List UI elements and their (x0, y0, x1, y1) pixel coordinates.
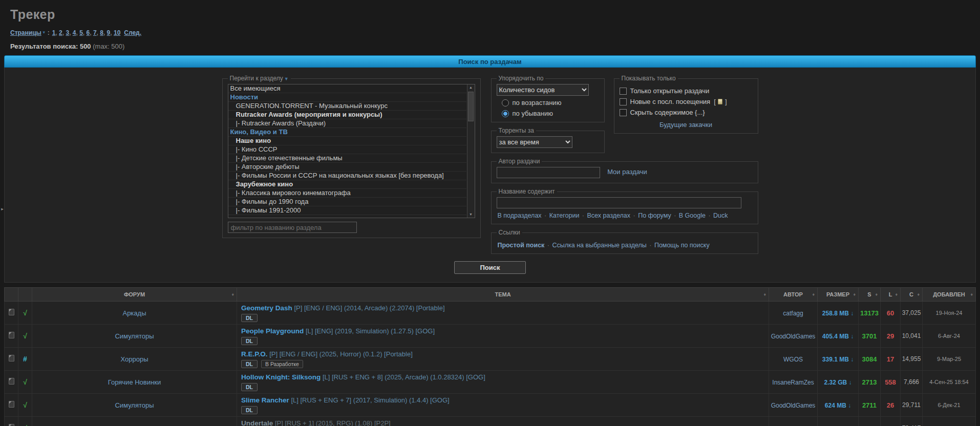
title-search-input[interactable] (497, 197, 741, 208)
topic-title-link[interactable]: Geometry Dash (241, 304, 292, 312)
scope-link[interactable]: Duck (713, 212, 728, 219)
simple-search-link[interactable]: Простой поиск (498, 242, 545, 249)
sort-icon[interactable]: ♦ (763, 292, 766, 297)
pages-menu-link[interactable]: Страницы (10, 29, 41, 36)
page-link[interactable]: 2 (59, 29, 62, 36)
forum-tree-item[interactable]: |- Авторские дебюты (228, 163, 466, 172)
author-link[interactable]: catfagg (783, 310, 803, 317)
forum-tree-item[interactable]: |- Фильмы 1991-2000 (228, 206, 466, 215)
dl-button[interactable]: DL (241, 406, 258, 414)
torrent-icon[interactable] (9, 332, 14, 338)
sort-icon[interactable]: ♦ (917, 292, 920, 297)
size-link[interactable]: 405.4 MB ↓ (822, 333, 854, 340)
search-button[interactable]: Поиск (454, 261, 526, 274)
size-link[interactable]: 624 MB ↓ (825, 402, 851, 409)
column-header[interactable]: РАЗМЕР♦ (818, 288, 859, 302)
topic-title-link[interactable]: R.E.P.O. (241, 350, 268, 358)
forum-tree-item[interactable]: |- Кино СССР (228, 145, 466, 154)
section-filter-input[interactable] (228, 222, 357, 233)
sort-icon[interactable]: ♦ (231, 292, 234, 297)
scope-link[interactable]: В Google (679, 212, 706, 219)
page-link[interactable]: 10 (114, 29, 120, 36)
topic-title-link[interactable]: Hollow Knight: Silksong (241, 373, 321, 381)
forum-tree-item[interactable]: |- Фильмы России и СССР на национальных … (228, 172, 466, 180)
forum-link[interactable]: Горячие Новинки (108, 378, 161, 386)
future-downloads-link[interactable]: Будущие закачки (659, 121, 712, 129)
torrent-icon[interactable] (9, 355, 14, 361)
scroll-up-icon[interactable]: ▲ (469, 84, 473, 91)
sort-icon[interactable]: ♦ (970, 292, 973, 297)
forum-tree-item[interactable]: GENERATION.TORRENT - Музыкальный конкурс (228, 102, 466, 111)
pagination-next-link[interactable]: След. (124, 29, 141, 36)
sort-icon[interactable]: ♦ (853, 292, 856, 297)
checkbox-input[interactable] (620, 98, 627, 105)
dl-button[interactable]: DL (241, 360, 258, 368)
forum-link[interactable]: Ролевые игры (113, 424, 157, 426)
page-link[interactable]: 7 (93, 29, 97, 36)
author-link[interactable]: InsaneRamZes (772, 379, 814, 386)
show-only-checkbox[interactable]: Скрыть содержимое {...} (620, 109, 753, 116)
column-header[interactable]: ФОРУМ♦ (32, 288, 237, 302)
checkbox-input[interactable] (620, 88, 627, 95)
help-link[interactable]: Ссылка на выбранные разделы (552, 242, 646, 249)
forum-tree-item[interactable]: Наше кино (228, 137, 466, 145)
topic-title-link[interactable]: People Playground (241, 327, 304, 335)
forum-tree-item[interactable]: Все имеющиеся (228, 84, 466, 93)
scroll-down-icon[interactable]: ▼ (469, 211, 473, 218)
forum-tree-item[interactable]: Кино, Видео и ТВ (228, 128, 466, 137)
show-only-checkbox[interactable]: Новые с посл. посещения[ ] (620, 98, 753, 105)
help-link[interactable]: Помощь по поиску (654, 242, 710, 249)
forum-link[interactable]: Хорроры (120, 355, 148, 363)
forum-link[interactable]: Симуляторы (115, 401, 154, 409)
dl-button[interactable]: DL (241, 337, 258, 345)
forum-link[interactable]: Симуляторы (115, 332, 154, 340)
show-only-checkbox[interactable]: Только открытые раздачи (620, 87, 753, 95)
sidebar-expand-handle[interactable]: ▸ (0, 199, 5, 219)
dl-button[interactable]: DL (241, 383, 258, 391)
torrent-icon[interactable] (9, 378, 14, 385)
radio-asc-input[interactable] (502, 99, 509, 106)
column-header[interactable]: АВТОР♦ (769, 288, 818, 302)
column-header[interactable]: ДОБАВЛЕН♦ (923, 288, 976, 302)
forum-tree-item[interactable]: |- Детские отечественные фильмы (228, 154, 466, 163)
forum-tree-item[interactable]: Новости (228, 93, 466, 102)
sort-icon[interactable]: ♦ (812, 292, 815, 297)
forum-tree-item[interactable]: Rutracker Awards (мероприятия и конкурсы… (228, 111, 466, 119)
dl-button[interactable]: DL (241, 314, 258, 322)
forum-tree-item[interactable]: Зарубежное кино (228, 180, 466, 189)
radio-desc-input[interactable] (502, 110, 509, 117)
size-link[interactable]: 2.32 GB ↓ (824, 379, 851, 386)
topic-title-link[interactable]: Undertale (241, 419, 273, 426)
column-header[interactable]: C♦ (901, 288, 923, 302)
topic-title-link[interactable]: Slime Rancher (241, 396, 289, 404)
author-link[interactable]: GoodOldGames (771, 333, 816, 340)
time-select[interactable]: за все время (497, 136, 572, 148)
sort-icon[interactable]: ♦ (875, 292, 878, 297)
size-link[interactable]: 258.8 MB ↓ (822, 310, 854, 317)
forum-tree-item[interactable]: |- Классика мирового кинематографа (228, 189, 466, 198)
order-asc-radio[interactable]: по возрастанию (497, 99, 599, 106)
scroll-thumb[interactable] (468, 92, 474, 121)
torrent-icon[interactable] (9, 401, 14, 408)
order-select[interactable]: Количество сидов (497, 84, 589, 96)
sort-icon[interactable]: ♦ (895, 292, 898, 297)
size-link[interactable]: 339.1 MB ↓ (822, 356, 854, 363)
scope-link[interactable]: По форуму (638, 212, 671, 219)
page-link[interactable]: 8 (100, 29, 103, 36)
order-desc-radio[interactable]: по убыванию (497, 110, 599, 117)
author-link[interactable]: GoodOldGames (771, 402, 816, 409)
forum-tree-listbox[interactable]: Все имеющиесяНовостиGENERATION.TORRENT -… (228, 84, 475, 218)
forum-link[interactable]: Аркады (122, 309, 146, 317)
scope-link[interactable]: Категории (549, 212, 580, 219)
checkbox-input[interactable] (620, 109, 627, 116)
torrent-icon[interactable] (9, 424, 14, 426)
column-header[interactable]: ТЕМА♦ (237, 288, 769, 302)
forum-tree-item[interactable]: |- Rutracker Awards (Раздачи) (228, 119, 466, 128)
forum-tree-item[interactable]: |- Фильмы до 1990 года (228, 198, 466, 206)
page-link[interactable]: 5 (79, 29, 83, 36)
listbox-scrollbar[interactable]: ▲ ▼ (467, 84, 475, 218)
search-panel-header[interactable]: Поиск по раздачам (4, 55, 976, 68)
scope-link[interactable]: Всех разделах (587, 212, 630, 219)
torrent-icon[interactable] (9, 309, 14, 315)
scope-link[interactable]: В подразделах (498, 212, 542, 219)
